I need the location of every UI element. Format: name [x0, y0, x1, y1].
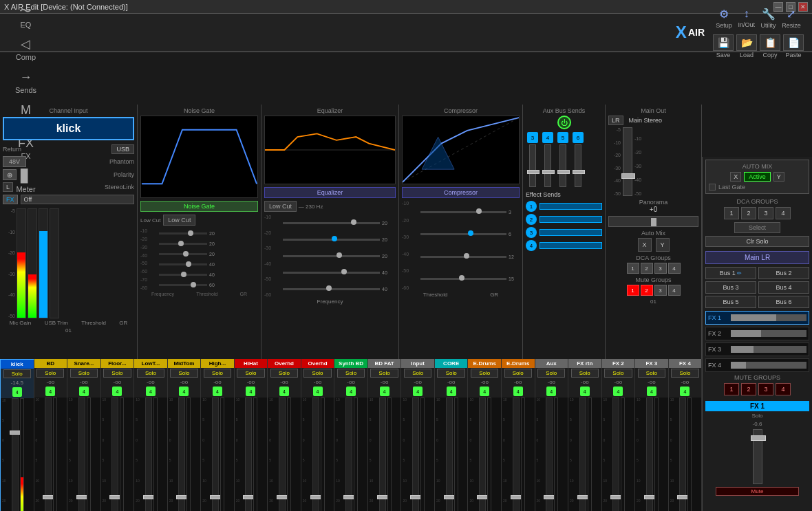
fx1-bar[interactable]: FX 1: [705, 311, 809, 325]
strip-fader-track-4[interactable]: [111, 398, 118, 511]
panorama-slider[interactable]: [608, 216, 698, 227]
dca-btn-4[interactable]: 4: [668, 263, 681, 274]
strip-solo-7[interactable]: Solo: [204, 369, 231, 378]
nav-btn-comp[interactable]: ◁Comp: [3, 32, 49, 65]
strip-fader-track-6[interactable]: [178, 398, 185, 511]
strip-fader-track-12[interactable]: [379, 398, 386, 511]
paste-btn[interactable]: 📄 Paste: [783, 34, 804, 58]
strip-label-20[interactable]: FX 3: [635, 359, 668, 368]
channel-strip-4[interactable]: Floor... Solo -oo 4 10 5 0 5 10 20 30 50: [101, 359, 135, 511]
mic-gain-fader[interactable]: [17, 208, 26, 318]
eff-bar-1[interactable]: [539, 203, 602, 210]
strip-solo-15[interactable]: Solo: [471, 369, 498, 378]
clr-solo-btn[interactable]: Clr Solo: [705, 236, 809, 247]
channel-strip-17[interactable]: Aux Solo -oo 4 10 5 0 5 10 20 30 50: [535, 359, 569, 511]
aux-fader-5[interactable]: [559, 144, 566, 187]
bus-6-btn[interactable]: Bus 6: [758, 296, 809, 308]
channel-strip-15[interactable]: E-Drums Solo -oo 4 10 5 0 5 10 20 30 50: [468, 359, 502, 511]
main-lr-btn[interactable]: Main LR: [705, 251, 809, 264]
setup-btn[interactable]: ⚙ Setup: [716, 8, 732, 29]
gr-fader[interactable]: [50, 208, 59, 318]
strip-solo-6[interactable]: Solo: [170, 369, 197, 378]
fx1-solo-btn[interactable]: Solo: [751, 413, 762, 419]
eff-bar-4[interactable]: [539, 242, 602, 249]
strip-solo-14[interactable]: Solo: [437, 369, 464, 378]
strip-solo-3[interactable]: Solo: [70, 369, 98, 378]
aux-fader-4[interactable]: [544, 144, 551, 187]
strip-label-9[interactable]: Overhd: [268, 359, 301, 368]
mute-btn-4[interactable]: 4: [668, 285, 681, 296]
load-btn[interactable]: 📂 Load: [736, 34, 757, 58]
strip-fader-track-21[interactable]: [679, 398, 686, 511]
channel-strip-6[interactable]: MidTom Solo -oo 4 10 5 0 5 10 20 30 50: [168, 359, 202, 511]
strip-fader-track-2[interactable]: [45, 398, 52, 511]
aux-fader-3[interactable]: [529, 144, 536, 187]
strip-fader-track-7[interactable]: [212, 398, 219, 511]
bus-2-btn[interactable]: Bus 2: [758, 267, 809, 279]
strip-solo-12[interactable]: Solo: [370, 369, 398, 378]
channel-strip-8[interactable]: HiHat Solo -oo 4 10 5 0 5 10 20 30 50: [235, 359, 268, 511]
mute-g-btn-2[interactable]: 2: [741, 383, 756, 395]
strip-label-3[interactable]: Snare...: [67, 359, 100, 368]
dca-g-btn-3[interactable]: 3: [758, 207, 773, 219]
fx1-right-label[interactable]: FX 1: [705, 401, 809, 411]
strip-label-15[interactable]: E-Drums: [468, 359, 501, 368]
strip-label-12[interactable]: BD FAT: [368, 359, 401, 368]
strip-label-17[interactable]: Aux: [535, 359, 568, 368]
strip-fader-track-18[interactable]: [579, 398, 586, 511]
last-gate-checkbox[interactable]: [709, 184, 716, 191]
channel-strip-13[interactable]: Input Solo -oo 4 10 5 0 5 10 20 30 50: [401, 359, 435, 511]
strip-label-4[interactable]: Floor...: [101, 359, 134, 368]
noise-gate-btn[interactable]: Noise Gate: [140, 201, 258, 212]
channel-strip-7[interactable]: High... Solo -oo 4 10 5 0 5 10 20 30 50: [201, 359, 235, 511]
strip-label-21[interactable]: FX 4: [669, 359, 702, 368]
strip-label-13[interactable]: Input: [401, 359, 434, 368]
channel-strip-3[interactable]: Snare... Solo -oo 4 10 5 0 5 10 20 30 50: [67, 359, 101, 511]
strip-solo-1[interactable]: Solo: [3, 369, 31, 378]
strip-label-5[interactable]: LowT...: [134, 359, 167, 368]
channel-strip-10[interactable]: Overhd Solo -oo 4 10 5 0 5 10 20 30 50: [301, 359, 335, 511]
strip-solo-5[interactable]: Solo: [137, 369, 164, 378]
strip-label-11[interactable]: Synth BD: [334, 359, 367, 368]
strip-label-2[interactable]: BD: [34, 359, 67, 368]
strip-label-10[interactable]: Overhd: [301, 359, 334, 368]
copy-btn[interactable]: 📋 Copy: [760, 34, 780, 58]
eq-lowcut-btn[interactable]: Low Cut: [264, 201, 297, 212]
dca-btn-3[interactable]: 3: [654, 263, 667, 274]
strip-label-16[interactable]: E-Drums: [502, 359, 535, 368]
strip-fader-track-13[interactable]: [412, 398, 419, 511]
x-btn[interactable]: X: [638, 238, 652, 252]
aux-fader-6[interactable]: [575, 144, 581, 187]
channel-name-box[interactable]: klick: [3, 117, 134, 140]
strip-solo-4[interactable]: Solo: [103, 369, 131, 378]
fx1-mute-btn[interactable]: Mute: [716, 487, 799, 496]
channel-strip-9[interactable]: Overhd Solo -oo 4 10 5 0 5 10 20 30 50: [268, 359, 301, 511]
strip-label-7[interactable]: High...: [201, 359, 234, 368]
strip-fader-track-19[interactable]: [612, 398, 619, 511]
low-cut-btn[interactable]: Low Cut: [163, 215, 195, 226]
mute-btn-3[interactable]: 3: [654, 285, 667, 296]
utility-btn[interactable]: 🔧 Utility: [761, 8, 776, 29]
strip-solo-2[interactable]: Solo: [36, 369, 64, 378]
strip-solo-17[interactable]: Solo: [537, 369, 565, 378]
usb-trim-fader[interactable]: [28, 208, 37, 318]
bus-3-btn[interactable]: Bus 3: [705, 281, 756, 294]
strip-label-8[interactable]: HiHat: [235, 359, 268, 368]
strip-fader-track-9[interactable]: [279, 398, 286, 511]
channel-strip-19[interactable]: FX 2 Solo -oo 4 10 5 0 5 10 20 30 50: [602, 359, 636, 511]
strip-fader-track-16[interactable]: [513, 398, 520, 511]
active-badge[interactable]: Active: [744, 172, 771, 182]
channel-strip-11[interactable]: Synth BD Solo -oo 4 10 5 0 5 10 20 30 50: [334, 359, 368, 511]
channel-strip-12[interactable]: BD FAT Solo -oo 4 10 5 0 5 10 20 30 50: [368, 359, 402, 511]
inout-btn[interactable]: ↕ In/Out: [738, 8, 755, 29]
strip-solo-20[interactable]: Solo: [638, 369, 665, 378]
mute-g-btn-1[interactable]: 1: [724, 383, 739, 395]
nav-btn-eq[interactable]: 〜EQ: [3, 0, 49, 32]
channel-strip-14[interactable]: CORE Solo -oo 4 10 5 0 5 10 20 30 50: [435, 359, 469, 511]
mute-btn-2[interactable]: 2: [641, 285, 653, 296]
strip-solo-19[interactable]: Solo: [604, 369, 632, 378]
mute-g-btn-4[interactable]: 4: [776, 383, 791, 395]
strip-fader-track-3[interactable]: [78, 398, 85, 511]
strip-solo-21[interactable]: Solo: [671, 369, 698, 378]
channel-strip-20[interactable]: FX 3 Solo -oo 4 10 5 0 5 10 20 30 50: [635, 359, 669, 511]
